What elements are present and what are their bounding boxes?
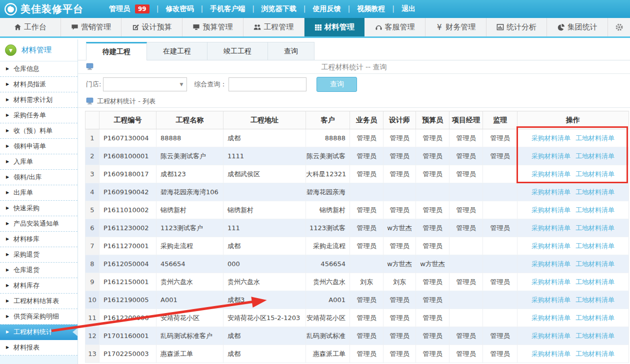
tab-在建工程[interactable]: 在建工程 [147,42,208,60]
sidebar-filler [0,356,78,364]
cell-project-code: P1611010002 [100,201,156,219]
nav-item-统计分析[interactable]: 统计分析 [486,18,548,36]
cell-project-name: 锦绣新村 [156,201,224,219]
bar-chart-icon [496,23,504,31]
triangle-right-icon: ▶ [6,325,9,340]
topbar-link[interactable]: 手机客户端 [210,4,245,12]
action-link-采购材料清单[interactable]: 采购材料清单 [532,314,570,322]
topbar-link[interactable]: 修改密码 [166,4,194,12]
cell-designer: 管理员 [384,309,416,327]
action-link-工地材料清单[interactable]: 工地材料清单 [576,152,614,160]
column-header: 客户 [306,111,350,129]
action-link-工地材料清单[interactable]: 工地材料清单 [576,314,614,322]
search-button[interactable]: 查询 [316,77,357,92]
cell-project-name: 碧海花园亲海湾106 [156,183,224,201]
cell-project-code: P1607130004 [100,129,156,147]
sidebar-item[interactable]: ▶入库单 [0,154,78,170]
tab-查询[interactable]: 查询 [268,42,314,60]
cell-salesperson: 管理员 [350,237,384,255]
sidebar-item[interactable]: ▶供货商采购明细 [0,309,78,325]
topbar-link[interactable]: 退出 [402,4,416,12]
sidebar-header[interactable]: ▼ 材料管理 [0,39,78,61]
action-link-采购材料清单[interactable]: 采购材料清单 [532,350,570,358]
sidebar-item[interactable]: ▶材料库存 [0,278,78,294]
column-header: 设计师 [384,111,416,129]
action-link-采购材料清单[interactable]: 采购材料清单 [532,242,570,250]
notification-badge[interactable]: 99 [135,4,150,13]
topbar-link[interactable]: 使用反馈 [313,4,341,12]
triangle-right-icon: ▶ [6,77,9,92]
cell-customer: 惠森派工单 [306,345,350,363]
grid-icon [314,23,322,31]
sidebar-item[interactable]: ▶材料需求计划 [0,92,78,108]
action-link-工地材料清单[interactable]: 工地材料清单 [576,350,614,358]
action-link-工地材料清单[interactable]: 工地材料清单 [576,260,614,268]
nav-item-预算管理[interactable]: 预算管理 [182,18,244,36]
sidebar-item[interactable]: ▶工程材料统计 [0,325,78,340]
action-link-采购材料清单[interactable]: 采购材料清单 [532,188,570,196]
tab-待建工程[interactable]: 待建工程 [86,42,147,60]
cell-budgeter: 管理员 [416,291,450,309]
nav-item-客服管理[interactable]: 客服管理 [364,18,426,36]
store-select[interactable]: ▼ [103,77,187,91]
settings-button[interactable] [608,18,630,36]
nav-item-设计预算[interactable]: 设计预算 [122,18,182,36]
action-link-采购材料清单[interactable]: 采购材料清单 [532,206,570,214]
sidebar-item[interactable]: ▶采购退货 [0,247,78,263]
sidebar-item[interactable]: ▶出库单 [0,185,78,201]
sidebar-item[interactable]: ▶产品安装通知单 [0,216,78,232]
sidebar-item[interactable]: ▶采购任务单 [0,108,78,123]
action-link-工地材料清单[interactable]: 工地材料清单 [576,242,614,250]
sidebar-item[interactable]: ▶材料报表 [0,340,78,356]
nav-item-集团统计[interactable]: 集团统计 [547,18,608,36]
sidebar-item[interactable]: ▶领料/出库 [0,170,78,185]
table-row: 2P1608100001陈云美测试客户1111陈云美测试客管理员管理员管理员管理… [86,147,629,165]
topbar-link[interactable]: 浏览器下载 [262,4,296,12]
action-link-工地材料清单[interactable]: 工地材料清单 [576,170,614,178]
cell-customer: 锦绣新村 [306,201,350,219]
cell-project-address: 成都 [224,129,306,147]
cell-project-code: P1609190042 [100,183,156,201]
action-link-采购材料清单[interactable]: 采购材料清单 [532,260,570,268]
action-link-工地材料清单[interactable]: 工地材料清单 [576,296,614,304]
cell-budgeter: 管理员 [416,165,450,183]
cell-customer: 456654 [306,255,350,273]
cell-supervisor [483,201,518,219]
nav-item-工作台[interactable]: 工作台 [0,18,61,36]
action-link-工地材料清单[interactable]: 工地材料清单 [576,224,614,232]
sidebar-item[interactable]: ▶快速采购 [0,201,78,216]
action-link-采购材料清单[interactable]: 采购材料清单 [532,332,570,340]
action-link-工地材料清单[interactable]: 工地材料清单 [576,278,614,286]
action-link-工地材料清单[interactable]: 工地材料清单 [576,188,614,196]
nav-item-材料管理[interactable]: 材料管理 [304,18,365,36]
sidebar-item[interactable]: ▶材料员指派 [0,77,78,92]
triangle-right-icon: ▶ [6,294,9,309]
cell-salesperson: 管理员 [350,327,384,345]
nav-item-财务管理[interactable]: ¥财务管理 [426,18,486,36]
action-link-采购材料清单[interactable]: 采购材料清单 [532,152,570,160]
sidebar-item[interactable]: ▶收（预）料单 [0,123,78,139]
sidebar-item[interactable]: ▶领料申请单 [0,139,78,154]
sidebar-item[interactable]: ▶仓库退货 [0,263,78,278]
triangle-right-icon: ▶ [6,216,9,231]
table-row: 7P1611270001采购走流程成都采购走流程管理员管理员管理员采购材料清单工… [86,237,629,255]
tab-竣工工程[interactable]: 竣工工程 [208,42,268,60]
action-link-采购材料清单[interactable]: 采购材料清单 [532,296,570,304]
keyword-input[interactable] [228,77,306,91]
current-user[interactable]: 管理员 [109,4,130,13]
cell-project-name: 惠森派工单 [156,345,224,363]
nav-item-营销管理[interactable]: 营销管理 [61,18,122,36]
action-link-工地材料清单[interactable]: 工地材料清单 [576,134,614,142]
sidebar-item[interactable]: ▶工程材料结算表 [0,294,78,309]
row-number: 10 [86,291,100,309]
nav-item-工程管理[interactable]: 工程管理 [244,18,304,36]
sidebar-item[interactable]: ▶材料移库 [0,232,78,247]
action-link-采购材料清单[interactable]: 采购材料清单 [532,278,570,286]
action-link-采购材料清单[interactable]: 采购材料清单 [532,134,570,142]
action-link-采购材料清单[interactable]: 采购材料清单 [532,224,570,232]
topbar-link[interactable]: 视频教程 [357,4,385,12]
sidebar-item[interactable]: ▶仓库信息 [0,61,78,77]
action-link-采购材料清单[interactable]: 采购材料清单 [532,170,570,178]
action-link-工地材料清单[interactable]: 工地材料清单 [576,206,614,214]
action-link-工地材料清单[interactable]: 工地材料清单 [576,332,614,340]
